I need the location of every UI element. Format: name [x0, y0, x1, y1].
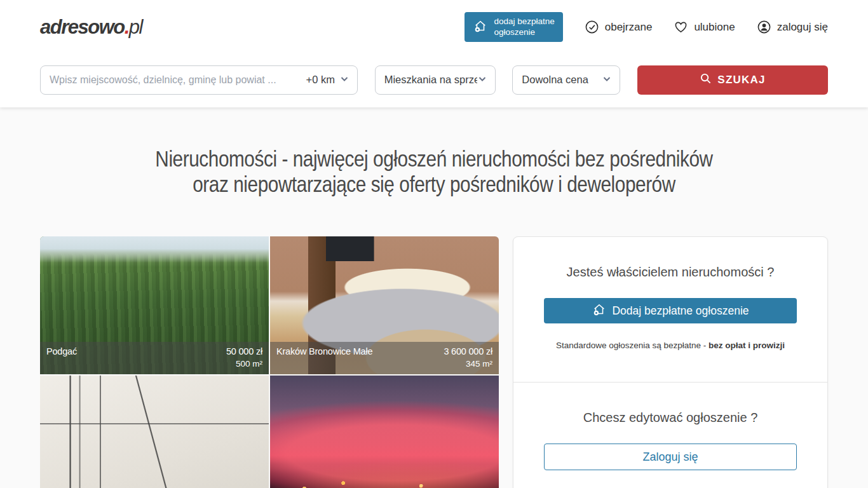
- house-plus-icon: [473, 19, 488, 35]
- main-content: Nieruchomości - najwięcej ogłoszeń nieru…: [0, 146, 868, 488]
- listing-card[interactable]: Kraków Bronowice Małe 3 600 000 zł 345 m…: [270, 236, 499, 374]
- add-listing-button[interactable]: dodaj bezpłatne ogłoszenie: [465, 12, 562, 41]
- listing-area: 500 m²: [46, 358, 262, 370]
- listing-card[interactable]: Podgać 50 000 zł 500 m²: [40, 236, 269, 374]
- page-title: Nieruchomości - najwięcej ogłoszeń nieru…: [65, 146, 803, 197]
- listings-grid: Podgać 50 000 zł 500 m² Kraków Bronowice…: [40, 236, 499, 488]
- nav-viewed-label: obejrzane: [605, 21, 653, 34]
- listing-price: 3 600 000 zł: [444, 345, 492, 358]
- location-input[interactable]: [41, 74, 304, 86]
- chevron-down-icon: [477, 74, 487, 86]
- listing-area: 345 m²: [276, 358, 492, 370]
- header-actions: dodaj bezpłatne ogłoszenie obejrzane: [465, 12, 828, 41]
- login-button-label: Zaloguj się: [642, 451, 698, 464]
- category-value: Mieszkania na sprzedaż: [384, 74, 477, 86]
- brand-dot: .: [125, 16, 129, 38]
- chevron-down-icon: [602, 74, 612, 86]
- chevron-down-icon: [339, 74, 349, 86]
- listing-name: Kraków Bronowice Małe: [276, 345, 372, 358]
- topbar: adresowo.pl dodaj bezpłatne ogłoszenie: [0, 0, 868, 107]
- edit-section: Chcesz edytować ogłoszenie ? Zaloguj się…: [513, 382, 827, 488]
- search-button[interactable]: SZUKAJ: [637, 65, 828, 95]
- user-circle-icon: [757, 20, 771, 34]
- listing-photo-survey-map: [40, 376, 269, 488]
- search-button-label: SZUKAJ: [717, 74, 765, 86]
- price-value: Dowolna cena: [522, 74, 588, 86]
- heart-icon: [674, 20, 688, 34]
- listing-photo-sunset-city: [270, 376, 499, 488]
- content-row: Podgać 50 000 zł 500 m² Kraków Bronowice…: [40, 236, 828, 488]
- category-select[interactable]: Mieszkania na sprzedaż: [375, 65, 496, 95]
- house-plus-icon: [592, 302, 607, 320]
- add-free-listing-label: Dodaj bezpłatne ogłoszenie: [612, 304, 749, 318]
- add-free-listing-button[interactable]: Dodaj bezpłatne ogłoszenie: [544, 298, 797, 323]
- header: adresowo.pl dodaj bezpłatne ogłoszenie: [40, 0, 828, 54]
- listing-price: 50 000 zł: [226, 345, 262, 358]
- location-search-group: +0 km: [40, 65, 358, 95]
- price-select[interactable]: Dowolna cena: [512, 65, 620, 95]
- nav-login-label: zaloguj się: [777, 21, 828, 34]
- add-listing-label: dodaj bezpłatne ogłoszenie: [494, 17, 554, 37]
- brand-logo[interactable]: adresowo.pl: [40, 16, 142, 39]
- search-icon: [700, 72, 712, 88]
- check-circle-icon: [585, 20, 599, 34]
- brand-name: adresowo: [40, 16, 125, 38]
- login-button[interactable]: Zaloguj się: [544, 444, 797, 470]
- brand-tld: pl: [129, 16, 142, 38]
- nav-login[interactable]: zaloguj się: [757, 20, 828, 34]
- edit-heading: Chcesz edytować ogłoszenie ?: [544, 410, 797, 425]
- owner-heading: Jesteś właścicielem nieruchomości ?: [544, 265, 797, 280]
- nav-favorites-label: ulubione: [694, 21, 735, 34]
- listing-card[interactable]: Strempiczka 250 000 zł: [40, 376, 269, 488]
- listing-caption: Kraków Bronowice Małe 3 600 000 zł 345 m…: [270, 342, 499, 374]
- search-bar: +0 km Mieszkania na sprzedaż Dowolna cen…: [40, 54, 828, 107]
- radius-value: +0 km: [306, 74, 335, 86]
- radius-select[interactable]: +0 km: [304, 74, 357, 86]
- nav-favorites[interactable]: ulubione: [674, 20, 735, 34]
- nav-viewed[interactable]: obejrzane: [585, 20, 653, 34]
- owner-section: Jesteś właścicielem nieruchomości ? Doda…: [513, 237, 827, 382]
- listing-caption: Podgać 50 000 zł 500 m²: [40, 342, 269, 374]
- owner-note: Standardowe ogłoszenia są bezpłatne - be…: [544, 341, 797, 350]
- listing-card[interactable]: Łódź Widzew, ul 750 000 zł: [270, 376, 499, 488]
- owner-panel: Jesteś właścicielem nieruchomości ? Doda…: [513, 236, 828, 488]
- listing-name: Podgać: [46, 345, 77, 358]
